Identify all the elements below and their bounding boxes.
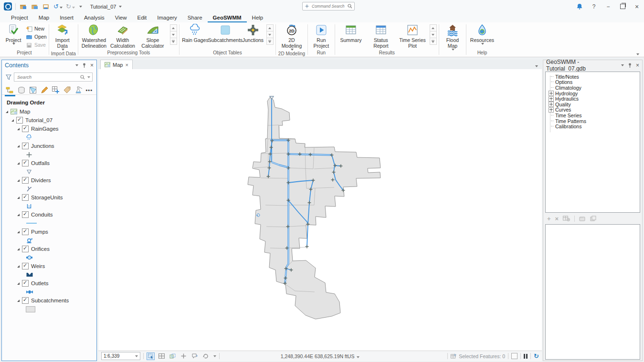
tree-item-hydrology[interactable]: Hydrology — [548, 91, 639, 96]
save-button[interactable]: Save — [26, 41, 47, 49]
gallery-scroll[interactable] — [170, 25, 177, 45]
expand-plus-icon[interactable] — [549, 96, 554, 102]
selected-features-status[interactable]: Selected Features: 0 — [451, 353, 505, 359]
slope-calculator-button[interactable]: Slope Calculator — [137, 24, 168, 49]
gallery-scroll[interactable] — [266, 25, 274, 45]
expand-arrow-icon[interactable] — [17, 231, 20, 233]
tab-project[interactable]: Project — [6, 14, 33, 22]
expand-arrow-icon[interactable] — [17, 300, 20, 302]
watershed-delineation-button[interactable]: Watershed Delineation — [80, 24, 108, 49]
tab-view[interactable]: View — [110, 14, 132, 22]
expand-arrow-icon[interactable] — [17, 214, 20, 216]
list-by-selection-icon[interactable] — [29, 85, 37, 94]
contents-search-input[interactable] — [16, 74, 79, 80]
layer-weirs[interactable]: Weirs — [6, 262, 96, 270]
map-canvas[interactable] — [98, 69, 542, 351]
expand-arrow-icon[interactable] — [17, 145, 20, 147]
list-by-charts-icon[interactable] — [74, 85, 83, 94]
flood-map-button[interactable]: Flood Map — [441, 24, 464, 51]
close-tab-icon[interactable]: × — [125, 62, 128, 68]
junctions-button[interactable]: Junctions — [242, 24, 264, 43]
tab-geoswmm[interactable]: GeoSWMM — [208, 14, 247, 22]
open-button[interactable]: Open — [26, 33, 47, 41]
expand-arrow-icon[interactable] — [11, 119, 14, 122]
tab-share[interactable]: Share — [182, 14, 208, 22]
layer-dividers[interactable]: Dividers — [6, 176, 96, 185]
tab-help[interactable]: Help — [247, 14, 269, 22]
command-search[interactable] — [302, 2, 355, 10]
layer-checkbox[interactable] — [22, 263, 29, 269]
tree-item-time-patterns[interactable]: Time Patterns — [548, 118, 639, 124]
project-name-menu[interactable]: Tutorial_07 — [90, 4, 122, 10]
layer-checkbox[interactable] — [22, 280, 29, 287]
tab-analysis[interactable]: Analysis — [79, 14, 110, 22]
layer-junctions[interactable]: Junctions — [6, 142, 96, 150]
pin-icon[interactable] — [82, 63, 86, 68]
status-report-button[interactable]: Status Report — [366, 24, 396, 49]
select-tool-icon[interactable] — [147, 352, 155, 360]
expand-plus-icon[interactable] — [549, 102, 554, 107]
map-scale-select[interactable]: 1:6,339 — [101, 352, 140, 360]
layer-raingages[interactable]: RainGages — [6, 124, 96, 133]
new-button[interactable]: New — [26, 25, 47, 32]
layer-subcatchments[interactable]: Subcatchments — [6, 296, 96, 305]
pause-drawing-icon[interactable] — [524, 354, 528, 359]
layer-checkbox[interactable] — [22, 228, 29, 235]
open-project-icon[interactable] — [31, 3, 39, 10]
run-project-button[interactable]: Run Project — [310, 24, 333, 49]
layer-checkbox[interactable] — [22, 194, 29, 201]
gallery-scroll[interactable] — [430, 25, 437, 45]
summary-button[interactable]: Summary — [337, 24, 365, 43]
search-options-icon[interactable] — [87, 76, 90, 78]
layer-outlets[interactable]: Outlets — [6, 279, 96, 288]
tree-item-hydraulics[interactable]: Hydraulics — [548, 96, 639, 102]
tab-map[interactable]: Map — [33, 14, 54, 22]
list-by-labeling-icon[interactable] — [63, 85, 72, 94]
ribbon-collapse-icon[interactable] — [636, 53, 639, 55]
export-item-icon[interactable] — [590, 216, 596, 221]
filter-icon[interactable] — [6, 74, 11, 80]
tab-imagery[interactable]: Imagery — [152, 14, 182, 22]
tree-item-quality[interactable]: Quality — [548, 102, 639, 107]
tab-insert[interactable]: Insert — [54, 14, 79, 22]
list-by-data-source-icon[interactable] — [17, 85, 26, 94]
expand-arrow-icon[interactable] — [17, 197, 20, 199]
2d-modeling-button[interactable]: 2D 2D Modeling — [278, 24, 306, 51]
layer-orifices[interactable]: Orifices — [6, 245, 96, 253]
layer-checkbox[interactable] — [22, 297, 29, 304]
restore-button[interactable] — [615, 0, 630, 13]
tab-list-icon[interactable] — [535, 65, 538, 67]
expand-arrow-icon[interactable] — [17, 282, 20, 285]
selection-box-icon[interactable] — [511, 353, 517, 359]
attribute-table-icon[interactable] — [158, 352, 166, 360]
expand-arrow-icon[interactable] — [17, 179, 20, 182]
time-series-plot-button[interactable]: Time Series Plot — [397, 24, 428, 49]
pane-close-icon[interactable]: × — [90, 62, 94, 69]
pane-menu-icon[interactable] — [621, 64, 624, 66]
more-options-icon[interactable]: ••• — [85, 87, 93, 93]
layer-checkbox[interactable] — [22, 177, 29, 184]
tree-item-curves[interactable]: Curves — [548, 107, 639, 113]
resources-button[interactable]: Resources — [468, 24, 496, 45]
notifications-bell-icon[interactable] — [572, 0, 587, 13]
redo-button[interactable]: ↻ — [66, 3, 75, 10]
expand-arrow-icon[interactable] — [17, 265, 20, 268]
overlap-features-icon[interactable] — [169, 352, 177, 360]
expand-plus-icon[interactable] — [549, 91, 554, 96]
tree-item-map[interactable]: Map — [6, 107, 96, 116]
tree-item-calibrations[interactable]: Calibrations — [548, 124, 639, 129]
status-tools-more-icon[interactable] — [213, 355, 216, 357]
close-button[interactable]: × — [630, 0, 644, 13]
delete-item-icon[interactable]: × — [555, 216, 559, 222]
map-view-tab[interactable]: Map × — [100, 60, 133, 69]
tree-item-options[interactable]: Options — [548, 80, 639, 85]
pane-menu-icon[interactable] — [75, 64, 78, 66]
contents-search[interactable] — [14, 72, 93, 82]
help-button[interactable]: ? — [587, 0, 601, 13]
list-by-snapping-icon[interactable] — [52, 85, 60, 94]
snap-toggle-icon[interactable] — [179, 352, 188, 360]
command-search-input[interactable] — [311, 3, 346, 9]
import-data-button[interactable]: Import Data — [51, 24, 74, 51]
layer-conduits[interactable]: Conduits — [6, 210, 96, 219]
tree-item-climatology[interactable]: Climatology — [548, 85, 639, 91]
